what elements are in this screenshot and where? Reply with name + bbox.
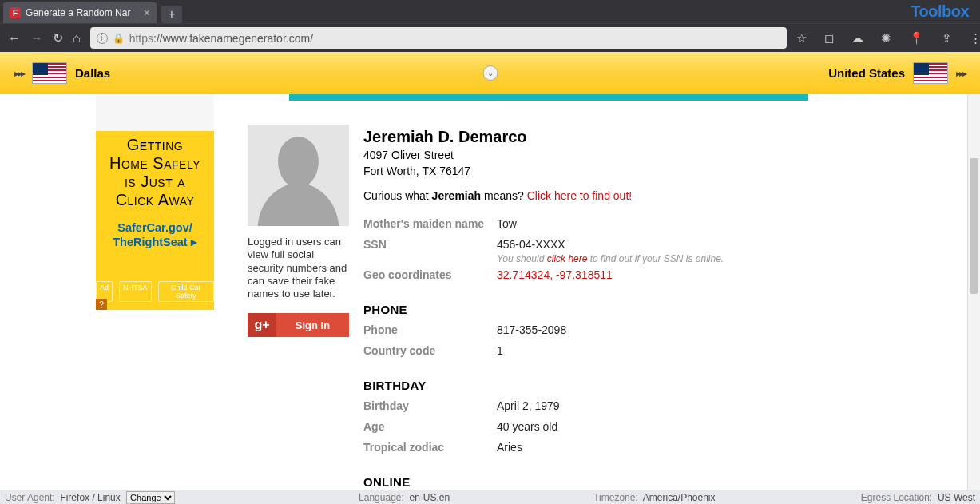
value-zodiac: Aries [497, 441, 522, 454]
arrows-left-icon: ▸▸▸ [14, 68, 24, 79]
forward-button[interactable]: → [30, 31, 43, 46]
status-lang-value: en-US,en [410, 492, 450, 503]
flag-right [913, 62, 948, 84]
bookmark-icon[interactable]: ◻ [824, 31, 834, 46]
label-zodiac: Tropical zodiac [363, 441, 497, 454]
avatar-silhouette [248, 125, 349, 226]
status-tz-label: Timezone: [593, 492, 638, 503]
star-icon[interactable]: ☆ [796, 31, 807, 46]
sidebar-ad[interactable]: Getting Home Safely is Just a Click Away… [96, 94, 214, 310]
value-ccode: 1 [497, 344, 503, 357]
new-tab-button[interactable]: + [161, 6, 182, 23]
arrows-right-icon: ▸▸▸ [956, 68, 966, 79]
google-signin-label: Sign in [276, 319, 349, 331]
value-ssn: 456-04-XXXX [497, 238, 565, 251]
tab-close-icon[interactable]: × [144, 6, 150, 19]
flag-left [32, 62, 67, 84]
pin-icon[interactable]: 📍 [909, 31, 924, 46]
ad-image [96, 94, 214, 131]
back-button[interactable]: ← [8, 31, 21, 46]
extension-icon[interactable]: ✺ [881, 31, 891, 46]
value-age: 40 years old [497, 420, 557, 433]
status-bar: User Agent: Firefox / Linux Change Langu… [0, 490, 980, 504]
nav-bar: ← → ↻ ⌂ i 🔒 https://www.fakenamegenerato… [0, 23, 980, 52]
status-egress-value: US West [938, 492, 975, 503]
ad-link[interactable]: SaferCar.gov/TheRightSeat ▸ [96, 211, 214, 249]
ssn-note: You should click here to find out if you… [497, 253, 811, 264]
label-geo: Geo coordinates [363, 268, 497, 281]
browser-tab[interactable]: F Generate a Random Nar × [3, 2, 157, 23]
section-birthday: BIRTHDAY [363, 379, 811, 392]
label-ccode: Country code [363, 344, 497, 357]
value-birthday: April 2, 1979 [497, 399, 560, 412]
tab-favicon: F [10, 7, 21, 18]
url-protocol: https [129, 32, 153, 45]
name-meaning-prompt: Curious what Jeremiah means? Click here … [363, 189, 811, 202]
status-ua-label: User Agent: [5, 492, 55, 503]
ad-headline: Getting Home Safely is Just a Click Away [96, 131, 214, 211]
url-path: ://www.fakenamegenerator.com/ [153, 32, 313, 45]
google-plus-icon: g+ [248, 313, 276, 337]
location-strip: ▸▸▸ Dallas ⌄ United States ▸▸▸ [0, 52, 980, 94]
lock-icon: 🔒 [113, 33, 125, 44]
value-maiden: Tow [497, 217, 517, 230]
label-maiden: Mother's maiden name [363, 217, 497, 230]
site-info-icon[interactable]: i [97, 33, 108, 44]
url-bar[interactable]: i 🔒 https://www.fakenamegenerator.com/ [90, 27, 787, 49]
tab-title: Generate a Random Nar [26, 7, 130, 18]
strip-expand-button[interactable]: ⌄ [482, 65, 498, 81]
signin-note: Logged in users can view full social sec… [248, 236, 349, 300]
ad-footer: AdNHTSAChild Car Safety [96, 281, 214, 302]
share-icon[interactable]: ⇪ [942, 31, 952, 46]
value-geo[interactable]: 32.714324, -97.318511 [497, 268, 613, 281]
ua-change-select[interactable]: Change [126, 491, 175, 504]
banner-stripe [289, 94, 808, 101]
status-egress-label: Egress Location: [861, 492, 932, 503]
scrollbar-thumb[interactable] [970, 158, 978, 294]
address-line-2: Fort Worth, TX 76147 [363, 164, 811, 178]
section-phone: PHONE [363, 303, 811, 316]
label-age: Age [363, 420, 497, 433]
brand-logo: Toolbox [911, 2, 969, 21]
section-online: ONLINE [363, 475, 811, 489]
menu-icon[interactable]: ⋮ [970, 31, 980, 46]
reload-button[interactable]: ↻ [53, 30, 63, 46]
status-lang-label: Language: [359, 492, 404, 503]
vertical-scrollbar[interactable] [967, 94, 980, 490]
name-meaning-link[interactable]: Click here to find out! [527, 189, 633, 202]
person-name: Jeremiah D. Demarco [363, 128, 811, 146]
home-button[interactable]: ⌂ [73, 31, 81, 46]
value-phone: 817-355-2098 [497, 323, 566, 336]
status-ua-value: Firefox / Linux [60, 492, 120, 503]
address-line-1: 4097 Oliver Street [363, 148, 811, 162]
strip-right-label: United States [828, 66, 905, 80]
status-tz-value: America/Phoenix [643, 492, 716, 503]
label-phone: Phone [363, 323, 497, 336]
label-birthday: Birthday [363, 399, 497, 412]
ad-info-icon[interactable]: ? [96, 299, 107, 310]
cloud-icon[interactable]: ☁ [851, 31, 863, 46]
strip-left-label: Dallas [75, 66, 110, 80]
label-ssn: SSN [363, 238, 497, 251]
google-signin-button[interactable]: g+ Sign in [248, 313, 349, 337]
ssn-check-link[interactable]: click here [547, 253, 588, 264]
